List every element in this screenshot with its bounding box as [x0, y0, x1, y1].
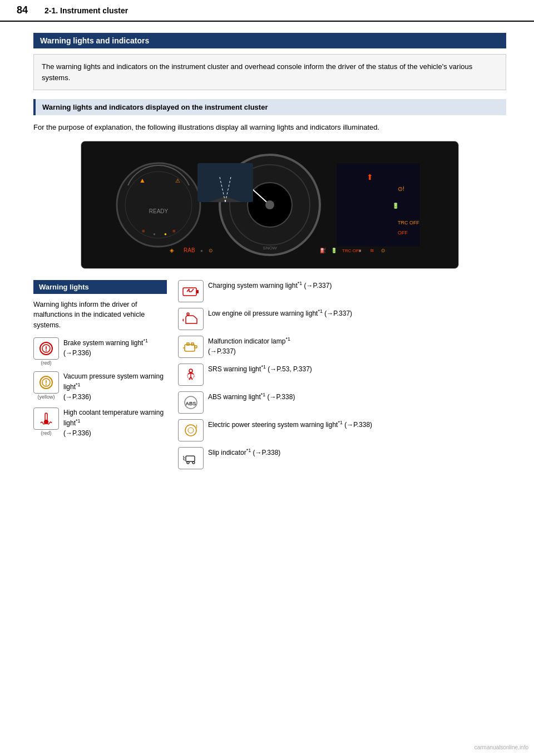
- svg-text:⊙: ⊙: [381, 248, 385, 253]
- svg-point-14: [265, 200, 274, 209]
- brake-warning-text: Brake system warning light*1 (→P.336): [63, 337, 167, 358]
- warning-intro: Warning lights inform the driver of malf…: [33, 300, 167, 331]
- svg-text:🔋: 🔋: [392, 202, 399, 209]
- brake-warning-item: ! (red) Brake system warning light*1 (→P…: [33, 337, 167, 366]
- svg-point-68: [187, 462, 189, 464]
- warning-lights-header: Warning lights: [33, 280, 167, 294]
- brake-warning-icon: !: [33, 337, 59, 360]
- malfunction-warning-item: Malfunction indicator lamp*1 (→P.337): [178, 336, 506, 358]
- svg-text:READY: READY: [149, 208, 169, 214]
- oil-warning-text: Low engine oil pressure warning light*1 …: [208, 308, 506, 318]
- srs-warning-icon: [178, 364, 204, 386]
- svg-text:SNOW: SNOW: [263, 246, 277, 251]
- svg-text:≡: ≡: [142, 228, 145, 234]
- svg-text:●: ●: [164, 232, 167, 237]
- svg-point-64: [185, 425, 196, 436]
- page-content: Warning lights and indicators The warnin…: [0, 33, 534, 475]
- slip-warning-text: Slip indicator*1 (→P.338): [208, 447, 506, 458]
- svg-text:●: ●: [200, 248, 203, 253]
- svg-text:!: !: [45, 379, 47, 387]
- main-section-header: Warning lights and indicators: [33, 33, 506, 48]
- svg-text:▲: ▲: [139, 176, 146, 184]
- svg-text:ABS: ABS: [185, 401, 196, 406]
- vacuum-warning-item: ! (yellow) Vacuum pressure system warnin…: [33, 371, 167, 402]
- svg-text:⬆: ⬆: [367, 173, 373, 181]
- svg-text:!: !: [196, 424, 197, 429]
- section-title: 2-1. Instrument cluster: [44, 6, 128, 15]
- oil-warning-icon: [178, 308, 204, 330]
- warning-lights-layout: Warning lights Warning lights inform the…: [33, 280, 506, 475]
- page-header: 84 2-1. Instrument cluster: [0, 0, 534, 22]
- coolant-warning-icon: [33, 408, 59, 430]
- srs-warning-item: SRS warning light*1 (→P.53, P.337): [178, 364, 506, 386]
- svg-text:⚠: ⚠: [175, 178, 180, 184]
- svg-text:RAB: RAB: [184, 247, 195, 253]
- svg-text:TRC OFF: TRC OFF: [398, 220, 419, 225]
- oil-warning-item: Low engine oil pressure warning light*1 …: [178, 308, 506, 330]
- svg-text:●: ●: [359, 248, 362, 253]
- malfunction-warning-text: Malfunction indicator lamp*1 (→P.337): [208, 336, 506, 356]
- abs-warning-icon: ABS: [178, 391, 204, 414]
- svg-text:⊙: ⊙: [209, 248, 213, 253]
- svg-rect-16: [197, 163, 253, 202]
- srs-warning-text: SRS warning light*1 (→P.53, P.337): [208, 364, 506, 374]
- coolant-warning-item: (red) High coolant temperature warning l…: [33, 408, 167, 438]
- page-number: 84: [17, 4, 28, 16]
- eps-warning-icon: !: [178, 419, 204, 441]
- svg-rect-54: [191, 343, 194, 345]
- right-column: Charging system warning light*1 (→P.337)…: [178, 280, 506, 475]
- abs-warning-text: ABS warning light*1 (→P.338): [208, 391, 506, 402]
- svg-text:OFF: OFF: [398, 230, 408, 235]
- svg-text:●: ●: [153, 232, 156, 237]
- explanation-text: For the purpose of explanation, the foll…: [33, 122, 506, 133]
- svg-line-49: [191, 289, 194, 292]
- slip-indicator-item: Slip indicator*1 (→P.338): [178, 447, 506, 469]
- vacuum-warning-icon: !: [33, 371, 59, 394]
- coolant-warning-text: High coolant temperature warning light*1…: [63, 408, 167, 438]
- svg-text:!: !: [45, 345, 47, 353]
- svg-text:≋: ≋: [370, 248, 374, 253]
- coolant-icon-label: (red): [41, 430, 51, 436]
- malfunction-warning-icon: [178, 336, 204, 358]
- vacuum-icon-label: (yellow): [37, 394, 55, 400]
- intro-box: The warning lights and indicators on the…: [33, 54, 506, 90]
- svg-rect-52: [185, 345, 195, 351]
- charging-warning-item: Charging system warning light*1 (→P.337): [178, 280, 506, 302]
- cluster-svg: READY ▲ ⚠ ≡ ● ● ≡ SNOW ⬆: [86, 146, 453, 263]
- slip-indicator-icon: [178, 447, 204, 469]
- svg-point-57: [189, 369, 192, 372]
- left-column: Warning lights Warning lights inform the…: [33, 280, 167, 475]
- svg-rect-42: [45, 413, 47, 421]
- svg-point-50: [187, 313, 189, 315]
- svg-point-69: [192, 462, 195, 464]
- charging-warning-icon: [178, 280, 204, 302]
- watermark: carmanualsonline.info: [474, 744, 528, 750]
- svg-rect-45: [196, 290, 199, 293]
- svg-text:⊙!: ⊙!: [398, 185, 404, 192]
- svg-text:⛽: ⛽: [320, 247, 327, 254]
- svg-rect-67: [186, 456, 195, 462]
- sub-section-header: Warning lights and indicators displayed …: [33, 99, 506, 115]
- svg-rect-55: [195, 346, 197, 348]
- abs-warning-item: ABS ABS warning light*1 (→P.338): [178, 391, 506, 414]
- svg-text:◈: ◈: [170, 247, 174, 253]
- instrument-cluster-image: READY ▲ ⚠ ≡ ● ● ≡ SNOW ⬆: [81, 141, 459, 269]
- vacuum-warning-text: Vacuum pressure system warning light*1 (…: [63, 371, 167, 402]
- svg-text:≡: ≡: [172, 228, 175, 234]
- charging-warning-text: Charging system warning light*1 (→P.337): [208, 280, 506, 291]
- svg-rect-53: [187, 343, 189, 345]
- svg-point-1: [117, 163, 200, 247]
- svg-text:🔋: 🔋: [331, 247, 338, 254]
- svg-point-65: [188, 428, 194, 433]
- eps-warning-text: Electric power steering system warning l…: [208, 419, 506, 430]
- eps-warning-item: ! Electric power steering system warning…: [178, 419, 506, 441]
- brake-icon-label: (red): [41, 360, 51, 366]
